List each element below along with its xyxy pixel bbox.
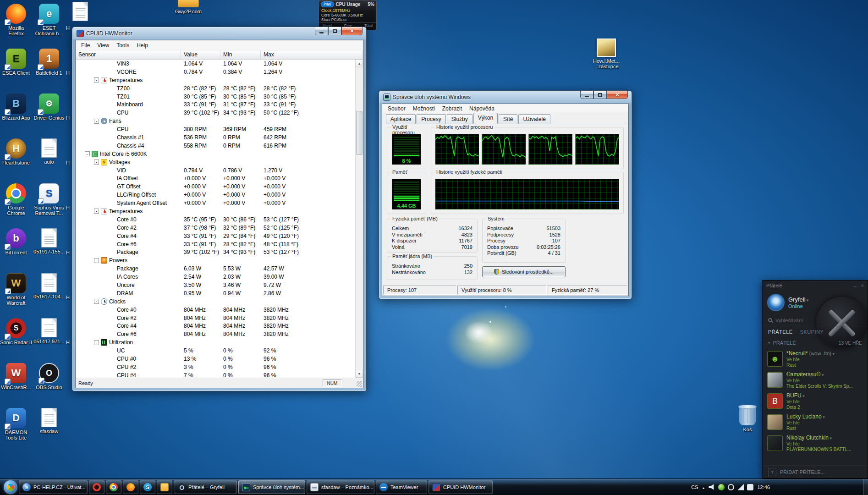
- sensor-row[interactable]: Chassis #4558 RPM0 RPM616 RPM: [76, 142, 355, 150]
- desktop-icon-wow[interactable]: WWorld of Warcraft: [0, 273, 32, 306]
- desktop-icon-firefox[interactable]: Mozilla Firefox: [0, 4, 32, 36]
- tab-aplikace[interactable]: Aplikace: [386, 114, 416, 124]
- network-tray-icon[interactable]: [737, 484, 744, 490]
- add-friend-button[interactable]: PŘIDAT PŘÍTELE...: [763, 465, 868, 478]
- minimize-icon[interactable]: –: [853, 283, 856, 288]
- desktop-icon-daemon-tools[interactable]: DDAEMON Tools Lite: [0, 408, 32, 440]
- show-desktop-button[interactable]: [863, 479, 868, 495]
- menu-item-možnosti[interactable]: Možnosti: [409, 104, 439, 113]
- sensor-row[interactable]: Mainboard33 °C (91 °F)31 °C (87 °F)33 °C…: [76, 100, 355, 109]
- tab-sítě[interactable]: Sítě: [499, 114, 517, 124]
- taskbar-button-folder[interactable]: [157, 480, 172, 494]
- sensor-row[interactable]: VCORE0.784 V0.384 V1.264 V: [76, 68, 355, 76]
- friend-row[interactable]: ☻*Necruli* (wow -fm) ▾Ve hřeRust: [763, 348, 868, 369]
- friend-row[interactable]: Lucky Luciano ▾Ve hřeRust: [763, 412, 868, 433]
- taskbar-button-hwmonitor[interactable]: CPUID HWMonitor: [429, 480, 493, 494]
- steam-user-row[interactable]: Gryfell Online: [763, 291, 868, 314]
- sensor-group-row[interactable]: -Temperatures: [76, 76, 355, 84]
- sensor-row[interactable]: TZ0130 °C (85 °F)30 °C (85 °F)30 °C (85 …: [76, 93, 355, 101]
- volume-tray-icon[interactable]: [709, 484, 715, 490]
- sensor-row[interactable]: TZ0028 °C (82 °F)28 °C (82 °F)28 °C (82 …: [76, 84, 355, 93]
- desktop-icon-folder[interactable]: Gwy2P.com: [172, 0, 204, 14]
- sensor-row[interactable]: Chassis #1536 RPM0 RPM642 RPM: [76, 133, 355, 142]
- desktop-icon-eset[interactable]: eESET Ochrana b...: [33, 4, 65, 36]
- sensor-row[interactable]: CPU #013 %0 %96 %: [76, 355, 355, 363]
- start-button[interactable]: [4, 480, 17, 494]
- desktop-icon-blizzard[interactable]: BBlizzard App: [0, 94, 32, 121]
- tree-expand-box[interactable]: -: [85, 151, 90, 156]
- tab-výkon[interactable]: Výkon: [473, 113, 498, 124]
- desktop-icon-auto[interactable]: auto: [33, 138, 65, 165]
- column-header-min[interactable]: Min: [220, 50, 261, 59]
- sensor-row[interactable]: System Agent Offset+0.000 V+0.000 V+0.00…: [76, 199, 355, 207]
- sensor-group-row[interactable]: -Temperatures: [76, 207, 355, 215]
- maximize-button[interactable]: [593, 90, 607, 99]
- resource-monitor-button[interactable]: Sledování prostředků...: [482, 266, 566, 277]
- sensor-row[interactable]: Core #0804 MHz804 MHz3820 MHz: [76, 306, 355, 314]
- desktop-icon-driver-genius[interactable]: ⚙Driver Genius: [33, 94, 65, 121]
- tree-expand-box[interactable]: -: [94, 77, 99, 82]
- tab-groups[interactable]: SKUPINY: [800, 329, 824, 335]
- minimize-button[interactable]: [315, 27, 328, 35]
- sensor-row[interactable]: GT Offset+0.000 V+0.000 V+0.000 V: [76, 182, 355, 191]
- vertical-scrollbar[interactable]: [355, 60, 363, 378]
- sensor-group-row[interactable]: -Powers: [76, 256, 355, 264]
- hwmonitor-window[interactable]: CPUID HWMonitor FileViewToolsHelp Sensor…: [72, 27, 367, 391]
- scrollbar-thumb[interactable]: [356, 111, 363, 155]
- sensor-row[interactable]: Core #035 °C (95 °F)30 °C (86 °F)53 °C (…: [76, 215, 355, 224]
- tree-expand-box[interactable]: -: [94, 299, 99, 304]
- clock[interactable]: 12:46: [757, 484, 770, 490]
- taskbar-button-task-manager[interactable]: Správce úloh systém...: [238, 480, 305, 494]
- scroll-up-button[interactable]: [356, 60, 363, 67]
- scroll-down-button[interactable]: [356, 370, 363, 378]
- tab-procesy[interactable]: Procesy: [417, 114, 445, 124]
- desktop-icon-sfasdaw[interactable]: sfasdaw: [33, 408, 65, 434]
- sensor-row[interactable]: VID0.794 V0.786 V1.270 V: [76, 166, 355, 175]
- desktop-icon-dump-051917[interactable]: 051917-155...: [33, 228, 65, 254]
- desktop-icon-obs[interactable]: OOBS Studio: [33, 363, 65, 390]
- desktop-icon-hearthstone[interactable]: HHearthstone: [0, 138, 32, 165]
- sensor-group-row[interactable]: -Clocks: [76, 297, 355, 306]
- sensor-row[interactable]: DRAM0.95 W0.94 W2.86 W: [76, 289, 355, 297]
- eset-tray-icon[interactable]: [718, 484, 725, 490]
- taskbar-button-opera[interactable]: [89, 480, 104, 494]
- avatar[interactable]: [767, 294, 785, 311]
- taskbar-button-teamviewer[interactable]: TeamViewer: [376, 480, 427, 494]
- desktop-icon-howimet[interactable]: How.I.Met... – zástupce: [587, 38, 626, 69]
- friends-search-field[interactable]: Vyhledávání: [763, 314, 868, 326]
- desktop-icon-battlefield1[interactable]: 1Battlefield 1: [33, 49, 65, 76]
- close-icon[interactable]: ×: [861, 283, 864, 288]
- friend-row[interactable]: Nikolay Clutchkin ▾Ve hřePLAYERUNKNOWN'S…: [763, 433, 868, 454]
- steam-user-name[interactable]: Gryfell: [788, 296, 809, 303]
- sensor-row[interactable]: Core #6804 MHz804 MHz3820 MHz: [76, 330, 355, 338]
- sensor-group-row[interactable]: -Intel Core i5 6600K: [76, 150, 355, 158]
- sensor-row[interactable]: IA Cores2.54 W2.03 W39.00 W: [76, 273, 355, 281]
- tab-uživatelé[interactable]: Uživatelé: [518, 114, 550, 124]
- sensor-row[interactable]: VIN31.064 V1.064 V1.064 V: [76, 60, 355, 68]
- tree-expand-box[interactable]: -: [94, 340, 99, 345]
- taskbar-button-firefox[interactable]: [123, 480, 138, 494]
- menu-item-help[interactable]: Help: [133, 41, 152, 50]
- cpu-usage-gadget[interactable]: intel CPU Usage 5% Clock:1575MHz Core i5…: [319, 0, 377, 30]
- sensor-row[interactable]: Core #2804 MHz804 MHz3820 MHz: [76, 314, 355, 322]
- sensor-row[interactable]: Core #237 °C (98 °F)32 °C (89 °F)52 °C (…: [76, 224, 355, 232]
- task-manager-titlebar[interactable]: Správce úloh systému Windows: [379, 91, 632, 104]
- tree-expand-box[interactable]: -: [94, 209, 99, 214]
- desktop-icon-dump-051617[interactable]: 051617-104...: [33, 273, 65, 299]
- close-button[interactable]: [607, 90, 628, 99]
- taskbar-button-notepad[interactable]: sfasdaw – Poznámko...: [307, 480, 374, 494]
- language-indicator[interactable]: CS: [691, 484, 698, 490]
- task-manager-window[interactable]: Správce úloh systému Windows SouborMožno…: [379, 90, 632, 299]
- desktop-icon-sonic-radar[interactable]: SSonic Radar II: [0, 318, 32, 345]
- sensor-row[interactable]: Core #633 °C (91 °F)28 °C (82 °F)48 °C (…: [76, 240, 355, 248]
- hwmonitor-titlebar[interactable]: CPUID HWMonitor: [72, 27, 366, 40]
- obs-tray-icon[interactable]: [728, 484, 734, 490]
- sensor-row[interactable]: IA Offset+0.000 V+0.000 V+0.000 V: [76, 174, 355, 182]
- steam-friends-titlebar[interactable]: Přátelé – ×: [763, 280, 868, 291]
- taskbar-button-skype[interactable]: S: [140, 480, 155, 494]
- sensor-group-row[interactable]: -Fans: [76, 117, 355, 125]
- menu-item-zobrazit[interactable]: Zobrazit: [439, 104, 466, 113]
- sensor-group-row[interactable]: -Utilization: [76, 338, 355, 346]
- sensor-row[interactable]: CPU #23 %0 %96 %: [76, 363, 355, 371]
- hidden-icons-arrow[interactable]: [702, 484, 705, 490]
